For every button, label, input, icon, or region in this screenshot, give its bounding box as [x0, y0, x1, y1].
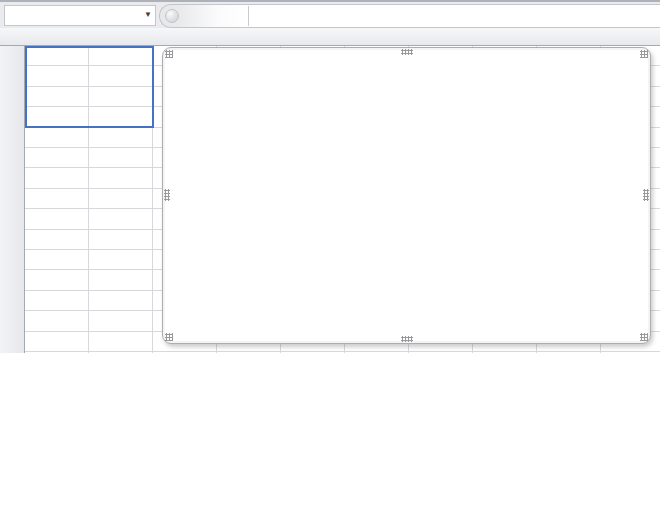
- row-headers: [0, 46, 25, 353]
- chart-resize-handle-bottom-right[interactable]: [640, 333, 648, 341]
- chevron-down-icon[interactable]: ▼: [144, 11, 152, 19]
- formula-bar-divider: [248, 6, 249, 26]
- chart-object[interactable]: [162, 47, 651, 344]
- chart-canvas: [163, 48, 650, 343]
- chart-resize-handle-top-left[interactable]: [165, 50, 173, 58]
- chart-resize-handle-top-right[interactable]: [640, 50, 648, 58]
- formula-bar-row: ▼: [0, 0, 660, 28]
- chart-resize-handle-bottom-left[interactable]: [165, 333, 173, 341]
- name-box-value: [5, 6, 139, 25]
- formula-bar-collapse-button[interactable]: [165, 9, 179, 23]
- source-data-highlight[interactable]: [25, 46, 154, 128]
- excel-window: ▼: [0, 0, 660, 512]
- chart-resize-handle-right[interactable]: [643, 189, 649, 201]
- chart-resize-handle-left[interactable]: [164, 189, 170, 201]
- formula-input[interactable]: [252, 5, 660, 27]
- column-headers: [0, 28, 660, 46]
- chart-resize-handle-bottom[interactable]: [401, 336, 413, 342]
- name-box[interactable]: ▼: [4, 5, 156, 26]
- chart-resize-handle-top[interactable]: [401, 49, 413, 55]
- formula-bar[interactable]: [159, 4, 660, 28]
